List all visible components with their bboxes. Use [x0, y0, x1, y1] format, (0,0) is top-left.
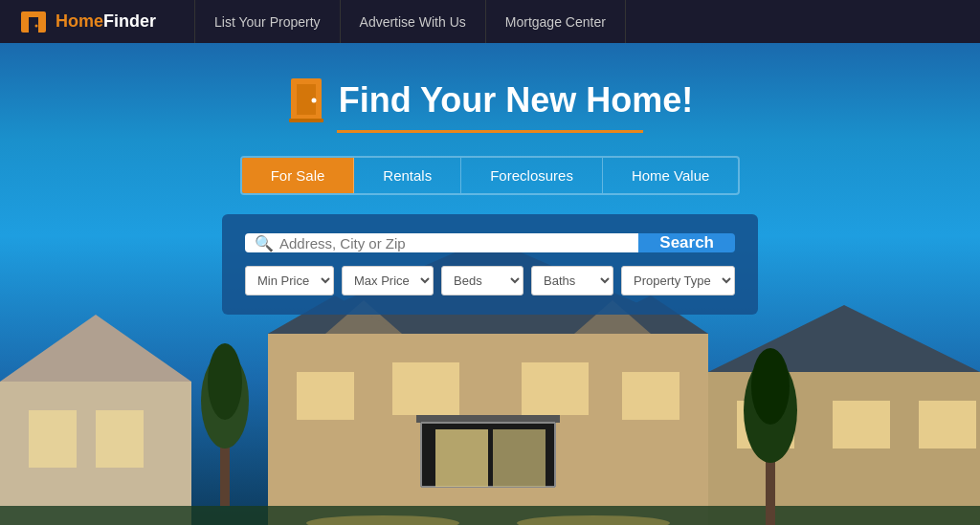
svg-point-2 [35, 24, 38, 27]
search-box: 🔍 Search Min Price Max Price Beds Baths [222, 214, 758, 315]
max-price-select[interactable]: Max Price [342, 266, 434, 295]
svg-rect-8 [96, 410, 144, 468]
svg-rect-33 [493, 429, 546, 487]
svg-rect-19 [297, 372, 354, 420]
svg-rect-40 [833, 401, 890, 448]
logo-text: HomeFinder [56, 11, 156, 32]
nav-advertise[interactable]: Advertise With Us [341, 0, 486, 43]
tab-foreclosures[interactable]: Foreclosures [461, 158, 603, 193]
svg-rect-52 [289, 119, 323, 122]
search-input[interactable] [279, 235, 629, 252]
svg-marker-4 [0, 315, 191, 382]
hero-section: Find Your New Home! For Sale Rentals For… [0, 43, 980, 525]
logo[interactable]: HomeFinder [19, 8, 156, 36]
search-icon: 🔍 [255, 234, 274, 252]
svg-rect-23 [522, 362, 589, 415]
baths-select[interactable]: Baths [531, 266, 613, 295]
hero-title-row: Find Your New Home! [287, 77, 694, 124]
nav-links: List Your Property Advertise With Us Mor… [194, 0, 626, 43]
search-input-wrapper: 🔍 [245, 233, 638, 252]
nav-mortgage[interactable]: Mortgage Center [486, 0, 626, 43]
min-price-select[interactable]: Min Price [245, 266, 334, 295]
nav-list-property[interactable]: List Your Property [194, 0, 341, 43]
hero-content: Find Your New Home! For Sale Rentals For… [0, 43, 980, 315]
hero-title: Find Your New Home! [339, 80, 694, 120]
svg-rect-7 [29, 410, 77, 468]
tab-for-sale[interactable]: For Sale [242, 158, 355, 193]
beds-select[interactable]: Beds [441, 266, 523, 295]
navbar: HomeFinder List Your Property Advertise … [0, 0, 980, 43]
svg-rect-21 [392, 362, 459, 415]
filter-row: Min Price Max Price Beds Baths Property … [245, 266, 735, 295]
door-icon [287, 77, 325, 124]
hero-underline [337, 130, 643, 133]
svg-rect-42 [919, 401, 976, 448]
svg-rect-43 [0, 506, 980, 525]
tab-rentals[interactable]: Rentals [354, 158, 461, 193]
svg-marker-36 [708, 305, 980, 372]
svg-point-51 [311, 98, 316, 103]
property-type-select[interactable]: Property Type [621, 266, 735, 295]
svg-rect-25 [622, 372, 679, 420]
svg-point-11 [208, 343, 242, 420]
svg-rect-34 [435, 429, 488, 487]
logo-icon [19, 8, 48, 36]
svg-point-46 [751, 348, 790, 425]
tabs-container: For Sale Rentals Foreclosures Home Value [240, 156, 741, 195]
search-button[interactable]: Search [638, 233, 735, 252]
svg-rect-27 [416, 415, 560, 423]
search-input-row: 🔍 Search [245, 233, 735, 252]
tab-home-value[interactable]: Home Value [603, 158, 738, 193]
